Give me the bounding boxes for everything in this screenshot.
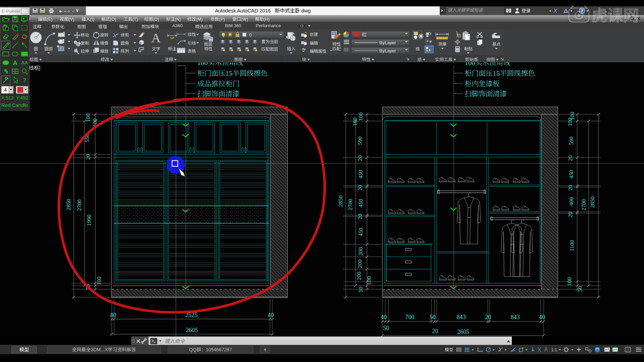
svg-text:线框]: 线框] <box>29 65 40 71</box>
svg-text:ByLayer: ByLayer <box>379 48 396 53</box>
svg-text:特性: 特性 <box>332 42 341 47</box>
svg-text:线性: 线性 <box>187 32 196 37</box>
svg-text:400: 400 <box>568 197 575 206</box>
svg-text:编辑: 编辑 <box>310 41 318 46</box>
svg-text:扫脚饰面清漆: 扫脚饰面清漆 <box>197 90 239 98</box>
svg-text:100: 100 <box>85 113 91 122</box>
svg-text:700: 700 <box>406 314 415 320</box>
svg-text:W: W <box>14 72 16 74</box>
svg-text:50: 50 <box>383 325 389 331</box>
svg-text:匹配图层: 匹配图层 <box>261 47 278 52</box>
svg-text:200: 200 <box>356 272 362 280</box>
svg-text:40: 40 <box>381 314 387 320</box>
svg-text:100: 100 <box>358 112 364 121</box>
svg-text:20: 20 <box>357 185 363 191</box>
svg-text:置为当前: 置为当前 <box>261 40 278 44</box>
svg-text:50: 50 <box>430 314 436 320</box>
svg-text:450: 450 <box>568 170 575 179</box>
svg-text:20: 20 <box>567 212 574 218</box>
svg-text:40: 40 <box>110 312 116 318</box>
svg-text:450: 450 <box>358 170 364 179</box>
svg-text:2700: 2700 <box>76 199 83 211</box>
svg-text:缩放: 缩放 <box>100 49 109 54</box>
svg-text:测量: 测量 <box>438 42 446 47</box>
svg-text:AA: AA <box>21 60 28 65</box>
svg-text:键入命令: 键入命令 <box>165 338 185 344</box>
svg-text:1100: 1100 <box>569 240 575 251</box>
svg-text:镜像: 镜像 <box>100 41 108 46</box>
svg-text:表格: 表格 <box>187 49 196 54</box>
svg-text:特性: 特性 <box>204 47 213 51</box>
svg-text:文字: 文字 <box>152 47 160 51</box>
svg-text:843: 843 <box>511 314 520 320</box>
svg-text:成品推拉柜门: 成品推拉柜门 <box>197 80 239 88</box>
svg-text:移动: 移动 <box>80 33 89 38</box>
svg-text:2850: 2850 <box>65 199 72 210</box>
svg-text:2605: 2605 <box>457 328 469 335</box>
svg-text:拉伸: 拉伸 <box>80 49 89 54</box>
svg-text:柜门面压15半圆线擦色: 柜门面压15半圆线擦色 <box>197 69 268 77</box>
svg-text:100: 100 <box>366 276 372 285</box>
svg-text:登录: 登录 <box>522 8 531 13</box>
svg-text:100: 100 <box>96 277 102 285</box>
svg-text:柜内免漆板: 柜内免漆板 <box>465 80 500 88</box>
svg-text:B: B <box>14 69 16 71</box>
svg-text:?: ? <box>23 77 26 84</box>
svg-text:A: A <box>151 31 161 45</box>
svg-text:100实木顶角线: 100实木顶角线 <box>465 62 511 67</box>
svg-text:引线: 引线 <box>187 41 196 46</box>
svg-text:扫脚饰面清漆: 扫脚饰面清漆 <box>465 90 507 98</box>
svg-text:圆弧: 圆弧 <box>44 47 53 51</box>
svg-text:ByLayer: ByLayer <box>379 40 396 45</box>
svg-text:红: 红 <box>362 32 367 37</box>
svg-text:100实木顶角线: 100实木顶角线 <box>197 62 243 67</box>
svg-text:20: 20 <box>357 156 363 161</box>
svg-text:圆角: 圆角 <box>120 41 129 46</box>
svg-text:20: 20 <box>432 328 438 335</box>
svg-text:450: 450 <box>358 199 364 207</box>
svg-text:旋转: 旋转 <box>100 33 108 38</box>
svg-text:阵列: 阵列 <box>120 49 129 54</box>
svg-text:0: 0 <box>249 33 252 38</box>
svg-text:修剪: 修剪 <box>120 33 129 38</box>
svg-text:100: 100 <box>352 117 358 126</box>
svg-text:200: 200 <box>357 259 363 268</box>
svg-text:匹配: 匹配 <box>332 47 340 51</box>
svg-text:标注: 标注 <box>168 47 176 51</box>
svg-text:100: 100 <box>567 118 573 126</box>
svg-text:2850: 2850 <box>337 195 344 207</box>
svg-text:基点: 基点 <box>492 42 500 47</box>
svg-text:1990: 1990 <box>86 215 92 226</box>
svg-text:200: 200 <box>358 247 364 256</box>
svg-text:2850: 2850 <box>589 196 596 208</box>
svg-text:X:513 Y:492: X:513 Y:492 <box>1 95 28 101</box>
svg-text:450: 450 <box>358 228 364 236</box>
svg-text:20: 20 <box>485 314 491 320</box>
svg-text:20: 20 <box>567 185 574 191</box>
svg-text:590: 590 <box>568 136 575 145</box>
svg-text:843: 843 <box>457 314 466 320</box>
svg-text:2700: 2700 <box>581 199 587 210</box>
svg-text:组: 组 <box>416 47 420 51</box>
svg-text:图层: 图层 <box>204 42 212 47</box>
svg-text:模型: 模型 <box>445 347 453 352</box>
svg-text:40: 40 <box>268 312 274 318</box>
svg-text:2605: 2605 <box>186 327 198 334</box>
svg-text:A: A <box>13 59 17 66</box>
svg-text:4: 4 <box>4 87 7 93</box>
svg-text:50: 50 <box>577 286 583 292</box>
svg-text:20: 20 <box>357 214 363 220</box>
svg-text:粘贴: 粘贴 <box>464 47 472 51</box>
svg-text:圆: 圆 <box>34 47 38 51</box>
svg-text:虎课网: 虎课网 <box>592 7 639 24</box>
svg-text:编辑属性: 编辑属性 <box>310 49 327 54</box>
svg-text:插入: 插入 <box>287 47 296 51</box>
svg-text:2700: 2700 <box>347 199 354 210</box>
svg-text:X: X <box>553 8 558 14</box>
svg-text:40: 40 <box>539 314 545 320</box>
svg-text:20: 20 <box>85 154 91 160</box>
svg-text:创建: 创建 <box>310 32 318 37</box>
svg-text:590: 590 <box>357 136 363 145</box>
svg-text:20: 20 <box>567 156 574 161</box>
svg-text:50: 50 <box>358 287 364 293</box>
